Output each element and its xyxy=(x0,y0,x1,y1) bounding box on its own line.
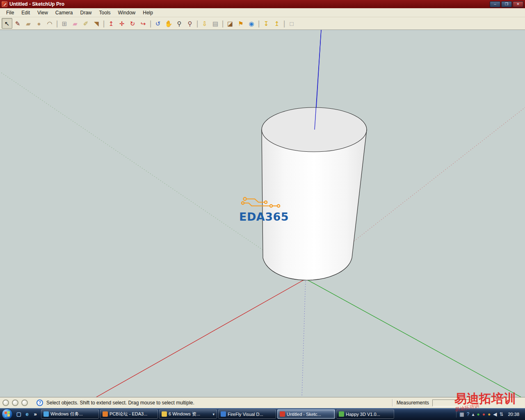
push-pull-tool-button[interactable]: ↥ xyxy=(106,18,116,29)
quick-launch-overflow-icon[interactable]: » xyxy=(31,410,39,418)
status-orb-3[interactable] xyxy=(21,399,28,406)
tray-icon-3[interactable]: ● xyxy=(488,412,491,417)
get-current-view-tool-button[interactable]: ⇩ xyxy=(199,18,210,29)
taskbar-button-sketchup[interactable]: Untitled - Sketc... xyxy=(277,409,335,419)
zoom-tool-button[interactable]: ⚲ xyxy=(174,18,185,29)
close-button[interactable]: ✕ xyxy=(513,1,523,7)
status-divider xyxy=(392,399,393,406)
status-orb-2[interactable] xyxy=(12,399,18,406)
group-chevron-icon: ▾ xyxy=(212,412,215,416)
tool-icon: ⚑ xyxy=(238,21,243,27)
status-hint-text: Select objects. Shift to extend select. … xyxy=(46,400,194,406)
add-location-tool-button[interactable]: ⚑ xyxy=(235,18,246,29)
menu-window[interactable]: Window xyxy=(114,9,139,17)
taskbar-button-windows-tasks[interactable]: Windows 任务... xyxy=(41,409,99,419)
taskbar-button-explorer-group[interactable]: 6 Windows 资... ▾ xyxy=(159,409,217,419)
orbit-tool-button[interactable]: ↺ xyxy=(153,18,163,29)
menu-tools[interactable]: Tools xyxy=(96,9,114,17)
start-button[interactable] xyxy=(2,409,13,420)
sketchup-app-icon xyxy=(2,1,7,7)
tool-icon: ▤ xyxy=(212,21,218,27)
network-icon[interactable]: ⇅ xyxy=(499,412,503,417)
taskbar: ▢ e » Windows 任务... PCB论坛 - EDA3... xyxy=(0,408,525,420)
photo-textures-tool-button[interactable]: ◪ xyxy=(225,18,235,29)
taskbar-button-label: FireFly Visual D... xyxy=(228,412,272,417)
windows-flag-icon xyxy=(5,411,10,417)
pan-tool-button[interactable]: ✋ xyxy=(163,18,174,29)
tool-icon: | xyxy=(103,20,105,27)
select-tool-button[interactable]: ↖ xyxy=(2,18,12,29)
get-models-tool-button[interactable]: ↧ xyxy=(261,18,272,29)
menu-help[interactable]: Help xyxy=(139,9,157,17)
help-icon[interactable]: ? xyxy=(37,399,43,406)
title-bar: Untitled - SketchUp Pro – ❐ ✕ xyxy=(0,0,525,8)
share-models-tool-button[interactable]: ↥ xyxy=(272,18,282,29)
toggle-terrain-tool-button[interactable]: ▤ xyxy=(210,18,221,29)
taskbar-button-label: Untitled - Sketc... xyxy=(287,412,331,417)
tool-icon: ✐ xyxy=(83,21,89,27)
taskbar-app-icon xyxy=(221,411,226,417)
tape-measure-tool-button[interactable]: ✐ xyxy=(80,18,91,29)
volume-icon[interactable]: ◀ xyxy=(493,412,497,417)
taskbar-button-firefly[interactable]: FireFly Visual D... xyxy=(218,409,276,419)
toolbar-separator: | xyxy=(195,18,199,29)
tool-icon: ⇩ xyxy=(202,21,208,27)
tool-icon: ↖ xyxy=(5,21,10,27)
tray-expand-icon[interactable]: ▴ xyxy=(472,412,474,417)
section-plane-tool-button[interactable]: □ xyxy=(286,18,297,29)
line-tool-button[interactable]: ✎ xyxy=(12,18,23,29)
menu-edit[interactable]: Edit xyxy=(18,9,34,17)
arc-tool-button[interactable]: ◠ xyxy=(44,18,55,29)
taskbar-app-icon xyxy=(339,411,344,417)
taskbar-button-pcb-forum[interactable]: PCB论坛 - EDA3... xyxy=(100,409,158,419)
tool-icon: ● xyxy=(37,21,41,27)
tool-icon: ✎ xyxy=(15,21,21,27)
make-component-tool-button[interactable]: ⊞ xyxy=(59,18,70,29)
show-desktop-icon[interactable]: ▢ xyxy=(15,410,23,418)
internet-explorer-icon[interactable]: e xyxy=(23,410,31,418)
menu-camera[interactable]: Camera xyxy=(52,9,77,17)
offset-tool-button[interactable]: ↪ xyxy=(138,18,148,29)
task-buttons: Windows 任务... PCB论坛 - EDA3... 6 Windows … xyxy=(41,409,395,419)
viewport-3d[interactable]: EDA365 xyxy=(0,30,525,397)
tool-icon: ◠ xyxy=(47,21,52,27)
menu-view[interactable]: View xyxy=(34,9,52,17)
taskbar-button-label: PCB论坛 - EDA3... xyxy=(110,411,154,417)
maximize-button[interactable]: ❐ xyxy=(501,1,512,7)
menu-file[interactable]: File xyxy=(2,9,18,17)
status-orbs xyxy=(2,399,31,406)
zoom-extents-tool-button[interactable]: ⚲ xyxy=(185,18,195,29)
rectangle-tool-button[interactable]: ▰ xyxy=(23,18,34,29)
toolbar-separator: | xyxy=(221,18,225,29)
toolbar-separator: | xyxy=(55,18,59,29)
status-orb-1[interactable] xyxy=(2,399,9,406)
measurements-input[interactable] xyxy=(432,399,471,406)
tray-icon-2[interactable]: ● xyxy=(482,412,485,417)
tool-icon: ▰ xyxy=(73,21,78,27)
paint-bucket-tool-button[interactable]: ◥ xyxy=(91,18,102,29)
toolbar-separator: | xyxy=(257,18,261,29)
taskbar-button-happy3d[interactable]: Happy 3D V1.0... xyxy=(336,409,394,419)
minimize-button[interactable]: – xyxy=(490,1,500,7)
taskbar-app-icon xyxy=(162,411,167,417)
tool-icon: | xyxy=(222,20,224,27)
help-tray-icon[interactable]: ? xyxy=(467,412,470,417)
circle-tool-button[interactable]: ● xyxy=(34,18,44,29)
quick-launch-bar: ▢ e » xyxy=(15,410,39,418)
tool-icon: ▰ xyxy=(26,21,31,27)
google-earth-tool-button[interactable]: ◉ xyxy=(246,18,257,29)
move-tool-button[interactable]: ✛ xyxy=(116,18,127,29)
tool-icon: ↻ xyxy=(130,21,135,27)
window-title: Untitled - SketchUp Pro xyxy=(9,1,490,7)
main-toolbar: ↖ ✎ ▰ ● ◠ | ⊞ xyxy=(0,17,525,30)
tool-icon: | xyxy=(283,20,285,27)
sketchup-window: Untitled - SketchUp Pro – ❐ ✕ File Edit … xyxy=(0,0,525,420)
tray-icon-1[interactable]: ● xyxy=(477,412,479,417)
taskbar-clock[interactable]: 20:38 xyxy=(508,412,519,417)
language-bar-icon[interactable]: ▦ xyxy=(459,412,464,417)
menu-draw[interactable]: Draw xyxy=(77,9,96,17)
eraser-tool-button[interactable]: ▰ xyxy=(70,18,80,29)
rotate-tool-button[interactable]: ↻ xyxy=(127,18,138,29)
toolbar-separator: | xyxy=(102,18,106,29)
tool-icon: ↪ xyxy=(141,21,146,27)
